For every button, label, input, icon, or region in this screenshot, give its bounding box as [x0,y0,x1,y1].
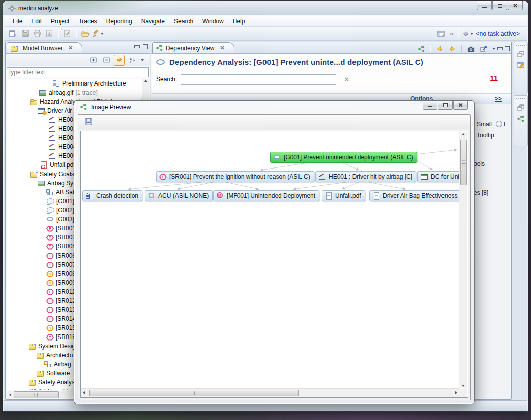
pdf-icon [40,161,48,169]
tree-item-label: [G002] [56,207,74,214]
box-icon [148,192,156,199]
validate-button[interactable] [61,28,73,39]
menu-traces[interactable]: Traces [74,17,101,26]
close-icon[interactable]: ✕ [68,45,73,51]
view-maximize-button[interactable] [143,44,148,49]
maximize-icon [498,4,502,8]
option-labels-fragment: bels [474,160,485,167]
drag-handle[interactable] [516,44,525,47]
view-minimize-button[interactable] [497,47,503,50]
link-with-editor-button[interactable] [114,55,125,66]
radio-icon[interactable] [496,121,502,127]
graph-node-g001: [G001] Prevent unintended deployment (AS… [270,152,417,163]
hazard-icon [48,134,56,141]
close-button[interactable]: ✕ [508,1,523,10]
scrollbar-thumb[interactable] [460,140,467,185]
search-input[interactable] [181,74,336,85]
snapshot-button[interactable] [465,43,476,54]
history-back-button[interactable] [434,43,445,54]
filter-input[interactable] [7,67,149,77]
brush-icon [92,29,100,38]
dependency-graph-icon [517,115,525,123]
toolbar-overflow-chevron[interactable]: » [448,30,455,37]
tree-item-label: Safety Analys [38,379,75,386]
options-expand-link[interactable]: >> [495,95,502,102]
window-title: medini analyze [18,5,58,12]
dialog-maximize-button[interactable] [438,101,453,110]
minimized-editor-button[interactable] [516,60,526,70]
graph-node-crash: Crash detection [82,190,142,201]
dialog-minimize-button[interactable] [423,101,437,110]
preview-vertical-scrollbar[interactable] [459,132,467,388]
open-button[interactable] [79,28,92,39]
graph-node-label: Unfall.pdf [335,192,361,199]
tab-model-browser[interactable]: Model Browser ✕ [7,42,82,53]
menu-help[interactable]: Help [228,17,250,26]
scroll-down-icon [462,385,465,387]
preview-horizontal-scrollbar[interactable] [81,388,459,397]
expand-all-button[interactable] [87,55,99,66]
collapse-all-button[interactable] [101,55,112,66]
graph-node-dabe: Driver Air Bag Effectiveness b [369,190,459,201]
restore-views-button[interactable] [516,102,526,112]
dialog-title-bar[interactable]: Image Preview [80,103,131,111]
view-maximize-button[interactable] [505,46,510,51]
restore-views-button[interactable] [516,49,526,59]
toolbar-separator [458,29,459,38]
menu-file[interactable]: File [8,17,27,26]
save-button[interactable] [19,28,31,39]
folder-icon [28,343,36,350]
save-image-button[interactable] [82,116,95,127]
toolbar-separator [461,45,462,52]
history-forward-button[interactable] [447,43,458,54]
sort-alphabetical-button[interactable] [127,55,138,66]
view-minimize-button[interactable] [134,45,140,48]
scrollbar-thumb[interactable] [14,391,59,398]
tree-item-label: Preliminary Architecture [62,80,126,87]
fast-view-bar-views [514,95,528,146]
tree-item-airbag-gif[interactable]: airbag.gif [1 trace] [7,88,149,97]
open-perspective-button[interactable] [435,28,448,39]
menu-edit[interactable]: Edit [27,17,46,26]
print-button[interactable] [31,28,43,39]
menu-reporting[interactable]: Reporting [102,17,137,26]
drag-handle[interactable] [516,97,525,101]
view-menu-icon[interactable] [492,48,495,50]
floppy-save-icon [84,118,93,126]
folder-icon [30,98,38,105]
tree-item-label: System Desig [38,343,75,350]
title-bar[interactable]: medini analyze ✕ [3,1,528,15]
option-tooltip: Tooltip [477,132,494,139]
menu-project[interactable]: Project [46,17,74,26]
menu-window[interactable]: Window [198,17,228,26]
graph-node-label: Crash detection [96,192,138,199]
graph-node-label: HE001 : Driver hit by airbag [C] [329,173,412,180]
goal-ellipse-icon [156,59,165,65]
close-icon[interactable]: ✕ [220,45,225,51]
dialog-toolbar [78,115,470,129]
export-button[interactable] [478,43,489,54]
new-button[interactable] [7,28,19,39]
tab-dependency-view[interactable]: Dependency View ✕ [152,42,234,53]
maximize-button[interactable] [492,1,507,10]
dialog-close-button[interactable]: ✕ [453,101,468,110]
scrollbar-thumb[interactable] [89,390,299,396]
view-menu-icon[interactable] [141,59,144,61]
graph-node-mf001: [MF001] Unintended Deployment [213,190,319,201]
minimized-dependency-view-button[interactable] [516,114,526,124]
minimize-button[interactable] [477,1,492,10]
menu-navigate[interactable]: Navigate [137,17,169,26]
trace-brush-button[interactable] [92,28,104,39]
dependency-graph-preview: [G001] Prevent unintended deployment (AS… [81,132,459,388]
report-button[interactable] [43,28,55,39]
expand-all-icon [90,56,97,64]
report-icon [45,29,54,38]
clear-search-icon[interactable]: ✕ [344,76,349,83]
task-back-button[interactable] [461,28,473,39]
menu-search[interactable]: Search [169,17,198,26]
hex-t-icon [46,334,54,341]
dependency-analysis-button[interactable] [416,43,427,54]
tree-item-label: Safety Goals a [40,171,79,178]
tree-item-preliminary-architecture[interactable]: Preliminary Architecture [7,79,149,88]
minimize-icon [482,7,487,8]
